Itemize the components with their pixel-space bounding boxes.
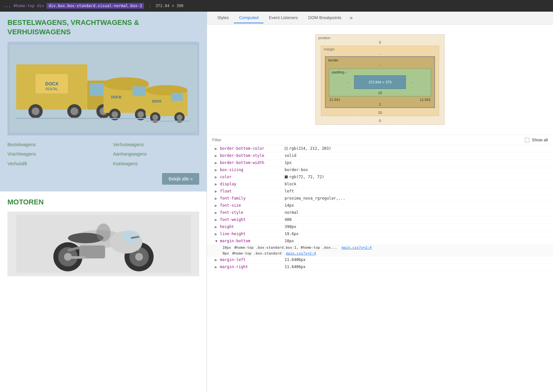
expand-icon[interactable]: ▶	[215, 204, 219, 208]
prop-font-weight[interactable]: ▶ font-weight 400	[207, 216, 553, 223]
link-verhuiswagens[interactable]: Verhuiswagens	[113, 141, 200, 149]
tab-more[interactable]: »	[347, 12, 356, 24]
prop-name: margin-right	[220, 265, 285, 269]
bm-position-wrapper: position 0 margin - bo	[315, 34, 445, 125]
filter-show-all-label: Show all	[532, 137, 548, 142]
prop-value: solid	[285, 153, 548, 158]
bm-content-row: - 372.844 × 379 -	[329, 74, 431, 90]
margin-bottom-sub-row-2: 0px #home-top .box-standard main.css?v=2…	[207, 251, 553, 256]
prop-float[interactable]: ▶ float left	[207, 188, 553, 195]
element-tag-bar: ... #home-top div div.box.box-standard.v…	[0, 0, 553, 12]
element-class-label: div.box.box-standard.visual-normal.box-2	[47, 3, 144, 9]
prop-line-height[interactable]: ▶ line-height 19.6px	[207, 231, 553, 238]
prop-color[interactable]: ▶ color rgb(72, 72, 72)	[207, 174, 553, 181]
expand-icon[interactable]: ▶	[215, 182, 219, 186]
sub-selector-2: #home-top .box-standard	[232, 251, 281, 256]
expand-icon[interactable]: ▶	[215, 265, 219, 269]
bm-left-border-num: 11.641	[328, 98, 341, 102]
prop-value: 390px	[285, 224, 548, 229]
prop-font-family[interactable]: ▶ font-family proxima_nova_rgregular,...	[207, 195, 553, 202]
prop-margin-left[interactable]: ▶ margin-left 11.6406px	[207, 256, 553, 264]
link-bestelwagens[interactable]: Bestelwagens	[7, 141, 94, 149]
expand-icon[interactable]: ▶	[215, 232, 219, 236]
link-verhuislift[interactable]: Verhuislift	[7, 160, 94, 168]
css-props-list: ▶ border-bottom-color rgb(214, 212, 203)…	[207, 145, 553, 271]
box-model-section: position 0 margin - bo	[207, 25, 553, 135]
website-panel: BESTELWAGENS, VRACHTWAGENS &VERHUISWAGEN…	[0, 12, 207, 392]
tab-event-listeners[interactable]: Event Listeners	[264, 13, 303, 23]
prop-margin-right[interactable]: ▶ margin-right 11.6406px	[207, 264, 553, 271]
svg-point-48	[96, 223, 111, 242]
bm-border-sides-row: 11.641 11.641	[326, 98, 434, 102]
svg-text:RENTAL: RENTAL	[45, 87, 58, 91]
prop-name: height	[220, 224, 285, 229]
bm-left-border-val: -	[341, 80, 354, 84]
prop-name: line-height	[220, 232, 285, 236]
ellipsis[interactable]: ...	[4, 4, 11, 8]
prop-display[interactable]: ▶ display block	[207, 181, 553, 188]
motoren-section: MOTOREN	[0, 191, 207, 283]
prop-border-bottom-width[interactable]: ▶ border-bottom-width 1px	[207, 159, 553, 167]
link-vrachtwagens[interactable]: Vrachtwagens	[7, 150, 94, 158]
bm-border-label: border	[328, 58, 339, 62]
expand-icon[interactable]: ▶	[215, 168, 219, 172]
expand-icon[interactable]: ▶	[215, 225, 219, 229]
prop-box-sizing[interactable]: ▶ box-sizing border-box	[207, 167, 553, 174]
link-aanhangwagens[interactable]: Aanhangwagens	[113, 150, 200, 158]
prop-name: box-sizing	[220, 168, 285, 172]
bm-border-box: border - padding -	[325, 56, 435, 108]
sub-link-2[interactable]: main.css?v=2:4	[286, 251, 316, 256]
motoren-title: MOTOREN	[7, 198, 199, 206]
prop-font-style[interactable]: ▶ font-style normal	[207, 209, 553, 216]
expand-icon[interactable]: ▶	[215, 175, 219, 179]
expand-icon-down[interactable]: ▼	[215, 239, 219, 243]
bm-margin-bottom-val: 10	[321, 110, 439, 116]
tab-dom-breakpoints[interactable]: DOM Breakpoints	[303, 13, 347, 23]
expand-icon[interactable]: ▶	[215, 147, 219, 151]
expand-icon[interactable]: ▶	[215, 258, 219, 262]
expand-icon[interactable]: ▶	[215, 197, 219, 201]
prop-border-bottom-color[interactable]: ▶ border-bottom-color rgb(214, 212, 203)	[207, 145, 553, 152]
bm-padding-bottom-val: 10	[329, 90, 431, 96]
prop-font-size[interactable]: ▶ font-size 14px	[207, 202, 553, 209]
bm-position-val: 0	[316, 40, 444, 46]
filter-checkbox[interactable]	[525, 138, 529, 142]
tab-computed[interactable]: Computed	[234, 13, 264, 23]
bekijk-alle-button[interactable]: Bekijk alle »	[162, 173, 199, 185]
bm-border-top-val: -	[326, 62, 434, 67]
prop-value: 10px	[285, 239, 548, 243]
motoren-image	[7, 212, 199, 276]
separator: |	[148, 4, 151, 8]
bm-padding-label: padding -	[332, 70, 347, 74]
prop-margin-bottom[interactable]: ▼ margin-bottom 10px	[207, 238, 553, 245]
svg-point-10	[70, 107, 78, 115]
prop-name: margin-left	[220, 257, 285, 262]
devtools-content: position 0 margin - bo	[207, 25, 553, 392]
margin-bottom-sub-row-1: 10px #home-top .box-standard.box-1, #hom…	[207, 245, 553, 251]
prop-name: float	[220, 189, 285, 193]
bm-right-border-val: -	[406, 80, 419, 84]
expand-icon[interactable]: ▶	[215, 190, 219, 193]
expand-icon[interactable]: ▶	[215, 211, 219, 215]
expand-icon[interactable]: ▶	[215, 154, 219, 158]
svg-rect-25	[171, 93, 183, 101]
bm-right-border-num: 11.641	[419, 98, 432, 102]
prop-value: rgb(72, 72, 72)	[285, 175, 548, 179]
trucks-svg: DOCX RENTAL	[10, 45, 197, 132]
sub-link-1[interactable]: main.css?v=2:4	[342, 245, 372, 250]
filter-input[interactable]	[212, 137, 522, 142]
svg-rect-16	[133, 86, 146, 96]
expand-icon[interactable]: ▶	[215, 161, 219, 165]
prop-value: 14px	[285, 203, 548, 208]
prop-border-bottom-style[interactable]: ▶ border-bottom-style solid	[207, 152, 553, 159]
color-swatch[interactable]	[285, 175, 288, 179]
prop-value: 400	[285, 217, 548, 222]
color-swatch[interactable]	[285, 147, 288, 150]
link-koelwagens[interactable]: Koelwagens	[113, 160, 200, 168]
trucks-card-title: BESTELWAGENS, VRACHTWAGENS &VERHUISWAGEN…	[7, 18, 199, 37]
prop-name: color	[220, 175, 285, 179]
home-top-link[interactable]: #home-top	[14, 4, 35, 8]
tab-styles[interactable]: Styles	[212, 13, 234, 23]
expand-icon[interactable]: ▶	[215, 218, 219, 222]
prop-height[interactable]: ▶ height 390px	[207, 223, 553, 231]
